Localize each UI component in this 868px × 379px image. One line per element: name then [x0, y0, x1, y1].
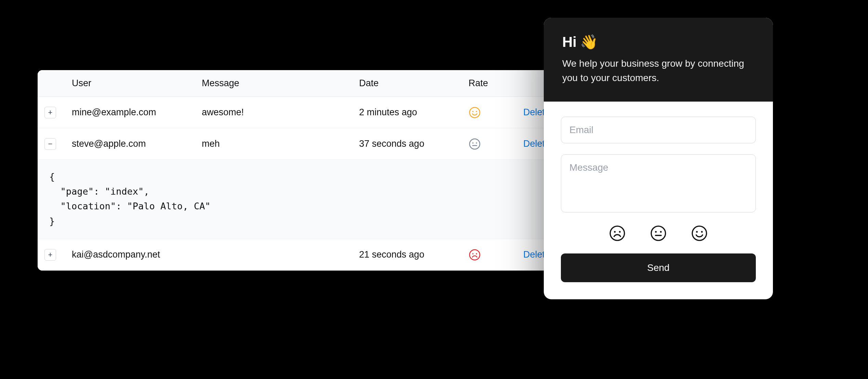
rate-sad-button[interactable] [609, 225, 626, 242]
col-header-date: Date [359, 78, 469, 89]
cell-date: 21 seconds ago [359, 249, 469, 260]
expand-toggle[interactable]: + [44, 249, 56, 261]
smile-happy-icon [469, 106, 523, 119]
expand-toggle[interactable]: + [44, 107, 56, 118]
col-header-user: User [72, 78, 202, 89]
widget-greeting: Hi 👋 [562, 34, 754, 50]
email-field[interactable] [561, 117, 756, 143]
col-header-message: Message [202, 78, 359, 89]
smile-neutral-icon [469, 138, 523, 150]
cell-date: 37 seconds ago [359, 139, 469, 149]
widget-tagline: We help your business grow by connecting… [562, 56, 754, 85]
cell-date: 2 minutes ago [359, 107, 469, 118]
greeting-text: Hi [562, 34, 577, 50]
table-header-row: User Message Date Rate [38, 70, 561, 97]
feedback-table: User Message Date Rate + mine@example.co… [38, 70, 561, 271]
expanded-row-json: { "page": "index", "location": "Palo Alt… [38, 160, 561, 239]
send-button[interactable]: Send [561, 253, 756, 282]
feedback-widget: Hi 👋 We help your business grow by conne… [544, 18, 773, 299]
rate-happy-button[interactable] [691, 225, 708, 242]
rating-selector [561, 223, 756, 243]
collapse-toggle[interactable]: − [44, 138, 56, 150]
table-row: + mine@example.com awesome! 2 minutes ag… [38, 97, 561, 128]
col-header-rate: Rate [469, 78, 523, 89]
cell-user: kai@asdcompany.net [72, 249, 202, 260]
table-row: + kai@asdcompany.net 21 seconds ago Dele… [38, 239, 561, 271]
wave-icon: 👋 [580, 34, 598, 50]
cell-user: steve@apple.com [72, 139, 202, 149]
table-row: − steve@apple.com meh 37 seconds ago Del… [38, 128, 561, 160]
cell-user: mine@example.com [72, 107, 202, 118]
cell-message: meh [202, 139, 359, 149]
rate-neutral-button[interactable] [650, 225, 667, 242]
smile-sad-icon [469, 249, 523, 261]
cell-message: awesome! [202, 107, 359, 118]
message-field[interactable] [561, 154, 756, 212]
widget-header: Hi 👋 We help your business grow by conne… [544, 18, 773, 102]
